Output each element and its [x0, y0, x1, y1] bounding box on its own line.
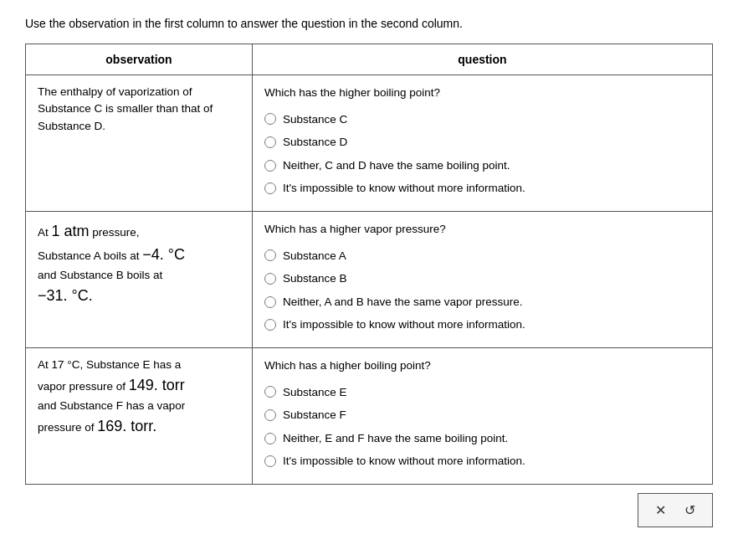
- option-label-2-4: It's impossible to know without more inf…: [283, 316, 525, 334]
- observation-cell-3: At 17 °C, Substance E has a vapor pressu…: [26, 347, 253, 484]
- question-cell-2: Which has a higher vapor pressure? Subst…: [252, 211, 712, 347]
- option-label-3-2: Substance F: [283, 406, 346, 424]
- option-label-2-2: Substance B: [283, 270, 347, 288]
- option-1-2[interactable]: Substance D: [264, 133, 700, 152]
- observation-text-3c: and Substance F has a vapor: [38, 399, 185, 412]
- radio-1-4[interactable]: [264, 182, 276, 194]
- option-label-1-1: Substance C: [283, 110, 347, 129]
- question-text-1: Which has the higher boiling point?: [264, 84, 700, 102]
- option-2-4[interactable]: It's impossible to know without more inf…: [264, 316, 700, 334]
- option-3-1[interactable]: Substance E: [264, 383, 700, 402]
- radio-2-2[interactable]: [264, 273, 276, 285]
- observation-cell-2: At 1 atm pressure, Substance A boils at …: [26, 211, 253, 347]
- observation-text-1: The enthalpy of vaporization of Substanc…: [38, 85, 213, 132]
- question-text-2: Which has a higher vapor pressure?: [264, 220, 700, 239]
- option-label-1-2: Substance D: [283, 133, 347, 152]
- option-label-3-3: Neither, E and F have the same boiling p…: [283, 429, 508, 448]
- radio-1-3[interactable]: [264, 160, 276, 172]
- radio-1-1[interactable]: [264, 113, 276, 125]
- action-buttons: ✕ ↺: [638, 493, 713, 527]
- radio-1-2[interactable]: [264, 136, 276, 148]
- instruction-text: Use the observation in the first column …: [25, 17, 713, 30]
- radio-3-2[interactable]: [264, 409, 276, 421]
- radio-3-3[interactable]: [264, 433, 276, 444]
- observation-text-3b: vapor pressure of 149. torr: [38, 380, 185, 393]
- question-text-3: Which has a higher boiling point?: [264, 357, 700, 375]
- option-2-3[interactable]: Neither, A and B have the same vapor pre…: [264, 293, 700, 311]
- observation-text-2c: and Substance B boils at: [38, 269, 162, 281]
- close-button[interactable]: ✕: [650, 501, 671, 520]
- option-3-4[interactable]: It's impossible to know without more inf…: [264, 452, 700, 470]
- radio-3-1[interactable]: [264, 386, 276, 398]
- option-label-1-3: Neither, C and D have the same boiling p…: [283, 157, 510, 175]
- option-2-1[interactable]: Substance A: [264, 247, 700, 265]
- table-row: At 17 °C, Substance E has a vapor pressu…: [26, 347, 713, 484]
- observation-text-2: At 1 atm pressure,: [38, 226, 140, 239]
- option-label-3-1: Substance E: [283, 383, 347, 402]
- radio-2-1[interactable]: [264, 249, 276, 261]
- option-1-3[interactable]: Neither, C and D have the same boiling p…: [264, 157, 700, 175]
- option-label-2-3: Neither, A and B have the same vapor pre…: [283, 293, 523, 311]
- observation-text-2d: −31. °C.: [38, 287, 93, 304]
- radio-2-3[interactable]: [264, 296, 276, 308]
- option-label-2-1: Substance A: [283, 247, 346, 265]
- header-observation: observation: [26, 44, 253, 75]
- question-cell-1: Which has the higher boiling point? Subs…: [252, 75, 712, 212]
- option-1-4[interactable]: It's impossible to know without more inf…: [264, 179, 700, 198]
- observation-text-2b: Substance A boils at −4. °C: [38, 249, 185, 262]
- radio-3-4[interactable]: [264, 455, 276, 467]
- option-1-1[interactable]: Substance C: [264, 110, 700, 129]
- option-3-2[interactable]: Substance F: [264, 406, 700, 424]
- main-table: observation question The enthalpy of vap…: [25, 44, 713, 485]
- header-question: question: [252, 44, 712, 75]
- reset-button[interactable]: ↺: [679, 501, 700, 520]
- bottom-toolbar: ✕ ↺: [25, 485, 713, 527]
- observation-text-3a: At 17 °C, Substance E has a: [38, 358, 181, 371]
- question-cell-3: Which has a higher boiling point? Substa…: [252, 347, 712, 484]
- table-row: At 1 atm pressure, Substance A boils at …: [26, 211, 713, 347]
- table-row: The enthalpy of vaporization of Substanc…: [26, 75, 713, 212]
- observation-text-3d: pressure of 169. torr.: [38, 421, 156, 434]
- option-label-1-4: It's impossible to know without more inf…: [283, 179, 525, 198]
- option-3-3[interactable]: Neither, E and F have the same boiling p…: [264, 429, 700, 448]
- option-label-3-4: It's impossible to know without more inf…: [283, 452, 525, 470]
- observation-cell-1: The enthalpy of vaporization of Substanc…: [26, 75, 253, 212]
- option-2-2[interactable]: Substance B: [264, 270, 700, 288]
- radio-2-4[interactable]: [264, 319, 276, 331]
